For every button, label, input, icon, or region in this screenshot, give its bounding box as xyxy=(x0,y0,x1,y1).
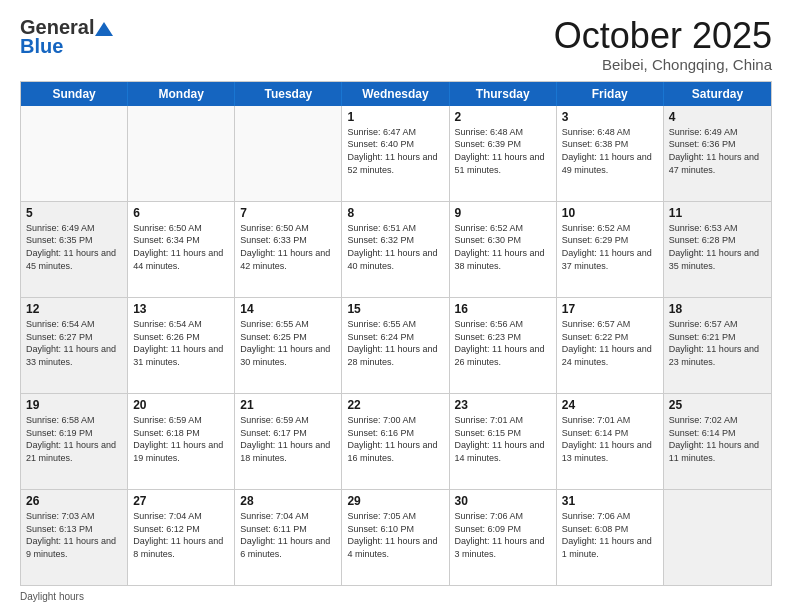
cell-info: Sunrise: 6:59 AM Sunset: 6:18 PM Dayligh… xyxy=(133,414,229,464)
cell-info: Sunrise: 6:50 AM Sunset: 6:34 PM Dayligh… xyxy=(133,222,229,272)
day-number: 4 xyxy=(669,109,766,125)
day-number: 17 xyxy=(562,301,658,317)
cal-cell-day-18: 18Sunrise: 6:57 AM Sunset: 6:21 PM Dayli… xyxy=(664,298,771,393)
cell-info: Sunrise: 6:48 AM Sunset: 6:39 PM Dayligh… xyxy=(455,126,551,176)
cal-cell-day-30: 30Sunrise: 7:06 AM Sunset: 6:09 PM Dayli… xyxy=(450,490,557,585)
cal-cell-day-14: 14Sunrise: 6:55 AM Sunset: 6:25 PM Dayli… xyxy=(235,298,342,393)
cal-cell-day-15: 15Sunrise: 6:55 AM Sunset: 6:24 PM Dayli… xyxy=(342,298,449,393)
cell-info: Sunrise: 6:51 AM Sunset: 6:32 PM Dayligh… xyxy=(347,222,443,272)
calendar-row-1: 1Sunrise: 6:47 AM Sunset: 6:40 PM Daylig… xyxy=(21,106,771,202)
cal-cell-day-7: 7Sunrise: 6:50 AM Sunset: 6:33 PM Daylig… xyxy=(235,202,342,297)
cell-info: Sunrise: 7:00 AM Sunset: 6:16 PM Dayligh… xyxy=(347,414,443,464)
day-number: 9 xyxy=(455,205,551,221)
page: General Blue October 2025 Beibei, Chongq… xyxy=(0,0,792,612)
footer-note: Daylight hours xyxy=(20,591,772,602)
day-number: 21 xyxy=(240,397,336,413)
day-number: 20 xyxy=(133,397,229,413)
cal-cell-day-28: 28Sunrise: 7:04 AM Sunset: 6:11 PM Dayli… xyxy=(235,490,342,585)
cal-cell-day-2: 2Sunrise: 6:48 AM Sunset: 6:39 PM Daylig… xyxy=(450,106,557,201)
cell-info: Sunrise: 6:56 AM Sunset: 6:23 PM Dayligh… xyxy=(455,318,551,368)
cell-info: Sunrise: 6:48 AM Sunset: 6:38 PM Dayligh… xyxy=(562,126,658,176)
cell-info: Sunrise: 6:50 AM Sunset: 6:33 PM Dayligh… xyxy=(240,222,336,272)
cal-cell-day-16: 16Sunrise: 6:56 AM Sunset: 6:23 PM Dayli… xyxy=(450,298,557,393)
day-number: 6 xyxy=(133,205,229,221)
day-number: 26 xyxy=(26,493,122,509)
cell-info: Sunrise: 6:59 AM Sunset: 6:17 PM Dayligh… xyxy=(240,414,336,464)
location: Beibei, Chongqing, China xyxy=(554,56,772,73)
day-number: 18 xyxy=(669,301,766,317)
cal-cell-day-11: 11Sunrise: 6:53 AM Sunset: 6:28 PM Dayli… xyxy=(664,202,771,297)
cal-cell-day-1: 1Sunrise: 6:47 AM Sunset: 6:40 PM Daylig… xyxy=(342,106,449,201)
cell-info: Sunrise: 7:04 AM Sunset: 6:11 PM Dayligh… xyxy=(240,510,336,560)
day-number: 13 xyxy=(133,301,229,317)
cell-info: Sunrise: 7:02 AM Sunset: 6:14 PM Dayligh… xyxy=(669,414,766,464)
cell-info: Sunrise: 7:05 AM Sunset: 6:10 PM Dayligh… xyxy=(347,510,443,560)
cal-cell-day-19: 19Sunrise: 6:58 AM Sunset: 6:19 PM Dayli… xyxy=(21,394,128,489)
cell-info: Sunrise: 7:06 AM Sunset: 6:08 PM Dayligh… xyxy=(562,510,658,560)
day-number: 25 xyxy=(669,397,766,413)
cell-info: Sunrise: 6:55 AM Sunset: 6:25 PM Dayligh… xyxy=(240,318,336,368)
day-number: 31 xyxy=(562,493,658,509)
cell-info: Sunrise: 6:57 AM Sunset: 6:21 PM Dayligh… xyxy=(669,318,766,368)
cell-info: Sunrise: 6:47 AM Sunset: 6:40 PM Dayligh… xyxy=(347,126,443,176)
cell-info: Sunrise: 7:04 AM Sunset: 6:12 PM Dayligh… xyxy=(133,510,229,560)
logo: General Blue xyxy=(20,16,113,58)
day-number: 23 xyxy=(455,397,551,413)
header: General Blue October 2025 Beibei, Chongq… xyxy=(20,16,772,73)
cal-cell-day-22: 22Sunrise: 7:00 AM Sunset: 6:16 PM Dayli… xyxy=(342,394,449,489)
day-number: 30 xyxy=(455,493,551,509)
logo-triangle-icon xyxy=(95,22,113,36)
day-number: 1 xyxy=(347,109,443,125)
logo-blue: Blue xyxy=(20,35,63,58)
calendar-header: SundayMondayTuesdayWednesdayThursdayFrid… xyxy=(21,82,771,106)
day-number: 16 xyxy=(455,301,551,317)
calendar: SundayMondayTuesdayWednesdayThursdayFrid… xyxy=(20,81,772,586)
cal-cell-day-24: 24Sunrise: 7:01 AM Sunset: 6:14 PM Dayli… xyxy=(557,394,664,489)
day-number: 8 xyxy=(347,205,443,221)
cell-info: Sunrise: 7:01 AM Sunset: 6:14 PM Dayligh… xyxy=(562,414,658,464)
day-number: 10 xyxy=(562,205,658,221)
day-number: 14 xyxy=(240,301,336,317)
day-number: 11 xyxy=(669,205,766,221)
day-number: 15 xyxy=(347,301,443,317)
calendar-row-5: 26Sunrise: 7:03 AM Sunset: 6:13 PM Dayli… xyxy=(21,490,771,585)
day-number: 5 xyxy=(26,205,122,221)
cal-cell-day-17: 17Sunrise: 6:57 AM Sunset: 6:22 PM Dayli… xyxy=(557,298,664,393)
cal-cell-day-6: 6Sunrise: 6:50 AM Sunset: 6:34 PM Daylig… xyxy=(128,202,235,297)
cell-info: Sunrise: 7:06 AM Sunset: 6:09 PM Dayligh… xyxy=(455,510,551,560)
cell-info: Sunrise: 7:03 AM Sunset: 6:13 PM Dayligh… xyxy=(26,510,122,560)
weekday-header-saturday: Saturday xyxy=(664,82,771,106)
day-number: 27 xyxy=(133,493,229,509)
cal-cell-day-31: 31Sunrise: 7:06 AM Sunset: 6:08 PM Dayli… xyxy=(557,490,664,585)
day-number: 22 xyxy=(347,397,443,413)
cell-info: Sunrise: 6:52 AM Sunset: 6:29 PM Dayligh… xyxy=(562,222,658,272)
day-number: 29 xyxy=(347,493,443,509)
calendar-row-2: 5Sunrise: 6:49 AM Sunset: 6:35 PM Daylig… xyxy=(21,202,771,298)
cell-info: Sunrise: 6:53 AM Sunset: 6:28 PM Dayligh… xyxy=(669,222,766,272)
cal-cell-day-5: 5Sunrise: 6:49 AM Sunset: 6:35 PM Daylig… xyxy=(21,202,128,297)
cell-info: Sunrise: 6:54 AM Sunset: 6:26 PM Dayligh… xyxy=(133,318,229,368)
cal-cell-day-21: 21Sunrise: 6:59 AM Sunset: 6:17 PM Dayli… xyxy=(235,394,342,489)
cal-cell-day-12: 12Sunrise: 6:54 AM Sunset: 6:27 PM Dayli… xyxy=(21,298,128,393)
weekday-header-friday: Friday xyxy=(557,82,664,106)
weekday-header-thursday: Thursday xyxy=(450,82,557,106)
cal-cell-day-3: 3Sunrise: 6:48 AM Sunset: 6:38 PM Daylig… xyxy=(557,106,664,201)
cell-info: Sunrise: 6:57 AM Sunset: 6:22 PM Dayligh… xyxy=(562,318,658,368)
day-number: 12 xyxy=(26,301,122,317)
day-number: 2 xyxy=(455,109,551,125)
cal-cell-day-23: 23Sunrise: 7:01 AM Sunset: 6:15 PM Dayli… xyxy=(450,394,557,489)
cell-info: Sunrise: 6:58 AM Sunset: 6:19 PM Dayligh… xyxy=(26,414,122,464)
cal-cell-empty xyxy=(128,106,235,201)
day-number: 28 xyxy=(240,493,336,509)
cal-cell-day-26: 26Sunrise: 7:03 AM Sunset: 6:13 PM Dayli… xyxy=(21,490,128,585)
cell-info: Sunrise: 6:49 AM Sunset: 6:36 PM Dayligh… xyxy=(669,126,766,176)
cal-cell-empty xyxy=(235,106,342,201)
title-block: October 2025 Beibei, Chongqing, China xyxy=(554,16,772,73)
weekday-header-wednesday: Wednesday xyxy=(342,82,449,106)
cell-info: Sunrise: 6:49 AM Sunset: 6:35 PM Dayligh… xyxy=(26,222,122,272)
cal-cell-empty xyxy=(21,106,128,201)
cal-cell-empty xyxy=(664,490,771,585)
day-number: 3 xyxy=(562,109,658,125)
cal-cell-day-13: 13Sunrise: 6:54 AM Sunset: 6:26 PM Dayli… xyxy=(128,298,235,393)
weekday-header-tuesday: Tuesday xyxy=(235,82,342,106)
